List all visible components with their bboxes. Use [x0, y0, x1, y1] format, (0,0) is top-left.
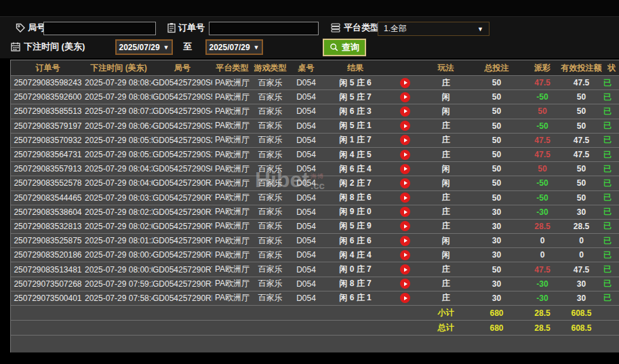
result-cell: 闲 5 庄 1 — [324, 120, 386, 132]
result-cell: 闲 5 庄 9 — [324, 220, 386, 232]
payout-cell: 47.5 — [525, 150, 559, 159]
bet-on-cell: 庄 — [424, 120, 468, 132]
order-number-cell: 250729083538604 — [11, 207, 85, 217]
total-bet-cell: 30 — [468, 236, 525, 245]
chevron-down-icon: ▼ — [163, 44, 169, 51]
payout-cell: 0 — [525, 236, 559, 245]
bet-on-cell: 庄 — [424, 149, 468, 161]
play-triangle — [404, 239, 407, 243]
platform-cell: PA欧洲厅 — [212, 235, 252, 247]
table-row: 2507290835444652025-07-29 08:03:14GD0542… — [11, 190, 619, 205]
platform-cell: PA欧洲厅 — [212, 178, 252, 189]
play-video-icon[interactable] — [400, 193, 410, 203]
total-bet-cell: 50 — [468, 78, 525, 87]
play-video-icon[interactable] — [400, 279, 410, 289]
replay-cell — [386, 164, 424, 174]
round-number-cell: GD054257290S5 — [153, 92, 212, 102]
round-number-cell: GD054257290RY — [153, 193, 212, 203]
play-video-icon[interactable] — [400, 78, 410, 88]
date-to-value: 2025/07/29 — [209, 43, 250, 52]
search-button[interactable]: 查询 — [323, 39, 366, 56]
play-video-icon[interactable] — [400, 264, 410, 275]
play-video-icon[interactable] — [400, 250, 410, 260]
play-video-icon[interactable] — [400, 106, 410, 117]
play-video-icon[interactable] — [400, 178, 410, 188]
game-type-cell: 百家乐 — [252, 149, 288, 161]
play-video-icon[interactable] — [400, 164, 410, 174]
order-number-input[interactable] — [209, 22, 319, 35]
subtotal-label: 小计 — [424, 307, 468, 319]
result-cell: 闲 2 庄 7 — [324, 178, 386, 189]
payout-cell: 28.5 — [525, 222, 559, 231]
platform-type-select[interactable]: 1.全部 ▼ — [378, 22, 490, 36]
game-type-cell: 百家乐 — [252, 220, 288, 232]
play-triangle — [404, 153, 407, 157]
order-number-label: 订单号 — [178, 22, 205, 34]
play-video-icon[interactable] — [400, 236, 410, 246]
platform-cell: PA欧洲厅 — [212, 220, 252, 232]
order-number-cell: 250729083598243 — [11, 78, 85, 87]
payout-cell: 50 — [525, 106, 559, 116]
column-header-6: 桌号 — [288, 62, 324, 74]
round-number-cell: GD054257290S3 — [153, 121, 212, 131]
play-triangle — [404, 296, 407, 300]
round-number-input[interactable] — [43, 22, 156, 35]
table-row: 2507290835982432025-07-29 08:08:45GD0542… — [11, 75, 619, 89]
tag-icon — [15, 22, 26, 33]
table-body: 2507290835982432025-07-29 08:08:45GD0542… — [11, 75, 619, 305]
play-triangle — [404, 167, 407, 171]
round-number-cell: GD054257290S1 — [153, 150, 212, 159]
table-filler-row — [11, 335, 619, 352]
replay-cell — [386, 121, 424, 131]
game-type-cell: 百家乐 — [252, 206, 288, 218]
column-header-10: 总投注 — [468, 62, 525, 74]
result-cell: 闲 8 庄 7 — [324, 278, 386, 289]
replay-cell — [386, 221, 424, 231]
grand-total-payout: 28.5 — [525, 323, 559, 333]
result-cell: 闲 4 庄 4 — [324, 249, 386, 261]
column-header-9: 玩法 — [424, 62, 468, 74]
play-video-icon[interactable] — [400, 293, 410, 303]
replay-cell — [386, 178, 424, 188]
subtotal-payout: 28.5 — [525, 308, 559, 318]
total-bet-cell: 30 — [468, 294, 525, 303]
table-row: 2507290735072682025-07-29 07:59:25GD0542… — [11, 277, 619, 291]
bet-on-cell: 闲 — [424, 106, 468, 117]
platform-cell: PA欧洲厅 — [212, 92, 252, 103]
play-triangle — [404, 282, 407, 286]
valid-bet-cell: 30 — [559, 207, 603, 217]
valid-bet-cell: 50 — [559, 193, 603, 203]
valid-bet-cell: 47.5 — [559, 150, 603, 159]
grand-total-total-bet: 680 — [468, 323, 525, 333]
table-number-cell: D054 — [288, 279, 324, 289]
table-row: 2507290835258752025-07-29 08:01:20GD0542… — [11, 233, 619, 247]
play-video-icon[interactable] — [400, 121, 410, 131]
payout-cell: 47.5 — [525, 78, 559, 87]
replay-cell — [386, 236, 424, 246]
total-bet-cell: 50 — [468, 265, 525, 275]
round-number-cell: GD054257290RS — [153, 279, 212, 289]
table-row: 2507290835134812025-07-29 08:00:03GD0542… — [11, 262, 619, 276]
play-video-icon[interactable] — [400, 221, 410, 231]
platform-cell: PA欧洲厅 — [212, 120, 252, 132]
grand-total-row: 总计68028.5608.5 — [11, 320, 619, 335]
bet-on-cell: 庄 — [424, 292, 468, 304]
play-video-icon[interactable] — [400, 92, 410, 102]
play-video-icon[interactable] — [400, 135, 410, 145]
play-triangle — [404, 109, 407, 113]
date-from-picker[interactable]: 2025/07/29 ▼ — [115, 39, 173, 55]
play-video-icon[interactable] — [400, 150, 410, 160]
play-triangle — [404, 210, 407, 214]
bet-time-cell: 2025-07-29 08:02:00 — [85, 222, 153, 231]
table-row: 2507290835647312025-07-29 08:05:19GD0542… — [11, 147, 619, 161]
replay-cell — [386, 250, 424, 260]
total-bet-cell: 50 — [468, 136, 525, 145]
order-number-cell: 250729073500401 — [11, 294, 85, 303]
payout-cell: -50 — [525, 92, 559, 102]
play-video-icon[interactable] — [400, 207, 410, 217]
game-type-cell: 百家乐 — [252, 235, 288, 247]
table-number-cell: D054 — [288, 164, 324, 174]
status-cell: 已 — [603, 220, 619, 232]
payout-cell: -50 — [525, 121, 559, 131]
date-to-picker[interactable]: 2025/07/29 ▼ — [205, 39, 263, 55]
